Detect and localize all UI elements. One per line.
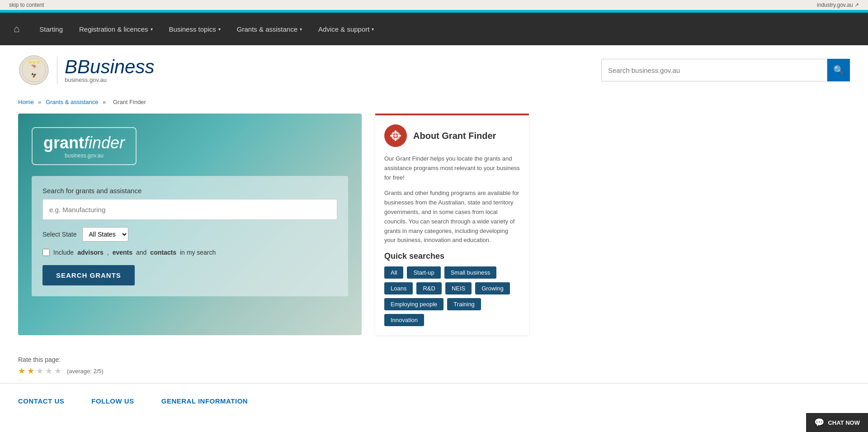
- about-box: About Grant Finder Our Grant Finder help…: [375, 114, 529, 335]
- checkbox-and: and: [136, 249, 146, 256]
- logo-divider: [57, 57, 57, 84]
- svg-point-8: [390, 135, 394, 137]
- chevron-down-icon: ▾: [372, 27, 374, 32]
- skip-bar: skip to content industry.gov.au ↗: [0, 0, 868, 10]
- grantfinder-logo: grantfinder business.gov.au: [32, 127, 137, 165]
- stars: ★ ★ ★ ★ ★ (average: 2/5): [18, 366, 850, 376]
- checkbox-advisors: advisors: [77, 249, 104, 256]
- about-text-2: Grants and other funding programs are av…: [384, 189, 520, 245]
- star-3[interactable]: ★: [36, 366, 43, 376]
- search-area: 🔍: [601, 59, 850, 81]
- checkbox-comma1: ,: [107, 249, 109, 256]
- svg-point-0: [19, 56, 48, 85]
- star-1[interactable]: ★: [18, 366, 25, 376]
- state-select[interactable]: All States ACT NSW NT QLD SA TAS VIC WA: [82, 227, 128, 242]
- grant-finder-widget: grantfinder business.gov.au Search for g…: [18, 114, 362, 335]
- chevron-down-icon: ▾: [151, 27, 153, 32]
- checkbox-contacts: contacts: [150, 249, 176, 256]
- coat-of-arms-logo: 🦘 🦅 ⭐⭐⭐: [18, 54, 50, 86]
- quick-tag-small-business[interactable]: Small business: [444, 266, 496, 279]
- checkbox-suffix: in my search: [180, 249, 216, 256]
- chat-now-button[interactable]: 💬 CHAT NOW: [806, 413, 868, 423]
- main-nav: ⌂ Starting Registration & licences ▾ Bus…: [0, 13, 868, 45]
- svg-point-5: [394, 134, 397, 137]
- quick-tags: All Start-up Small business Loans R&D NE…: [384, 266, 520, 326]
- footer-contact-title: CONTACT US: [18, 397, 64, 405]
- star-4[interactable]: ★: [45, 366, 52, 376]
- home-nav-link[interactable]: ⌂: [9, 13, 24, 45]
- quick-searches-title: Quick searches: [384, 252, 520, 261]
- footer-general: GENERAL INFORMATION: [161, 397, 248, 409]
- logo-area: 🦘 🦅 ⭐⭐⭐ BBusiness business.gov.au: [18, 54, 154, 86]
- chat-label: CHAT NOW: [828, 419, 860, 423]
- svg-text:🦘: 🦘: [31, 63, 37, 69]
- breadcrumb-grants[interactable]: Grants & assistance: [46, 99, 98, 105]
- site-search-input[interactable]: [601, 59, 827, 81]
- search-icon: 🔍: [833, 65, 844, 76]
- footer-follow-title: FOLLOW US: [91, 397, 134, 405]
- breadcrumb: Home » Grants & assistance » Grant Finde…: [0, 95, 868, 109]
- breadcrumb-sep: »: [38, 99, 43, 105]
- footer-general-title: GENERAL INFORMATION: [161, 397, 248, 405]
- main-content: grantfinder business.gov.au Search for g…: [0, 109, 868, 349]
- svg-point-9: [397, 135, 401, 137]
- state-label: Select State: [42, 231, 77, 238]
- svg-point-6: [395, 130, 397, 134]
- logo-business-text: BBusiness: [65, 57, 154, 76]
- svg-text:⭐⭐⭐: ⭐⭐⭐: [28, 60, 40, 64]
- rating-area: Rate this page: ★ ★ ★ ★ ★ (average: 2/5): [0, 349, 868, 383]
- state-row: Select State All States ACT NSW NT QLD S…: [42, 227, 337, 242]
- quick-tag-employing[interactable]: Employing people: [384, 298, 443, 310]
- checkbox-row: Include advisors , events and contacts i…: [42, 249, 337, 256]
- footer-contact: CONTACT US: [18, 397, 64, 409]
- industry-link: industry.gov.au ↗: [817, 2, 859, 8]
- nav-grants[interactable]: Grants & assistance ▾: [229, 13, 310, 45]
- star-2[interactable]: ★: [27, 366, 34, 376]
- breadcrumb-current: Grant Finder: [113, 99, 146, 105]
- quick-tag-startup[interactable]: Start-up: [407, 266, 440, 279]
- nav-registration[interactable]: Registration & licences ▾: [71, 13, 161, 45]
- chevron-down-icon: ▾: [300, 27, 302, 32]
- nav-items: Starting Registration & licences ▾ Busin…: [31, 13, 382, 45]
- star-5[interactable]: ★: [54, 366, 61, 376]
- site-search-button[interactable]: 🔍: [827, 59, 850, 81]
- checkbox-events: events: [113, 249, 132, 256]
- chevron-down-icon: ▾: [218, 27, 221, 32]
- grant-finder-icon: [389, 129, 402, 142]
- rating-label: Rate this page:: [18, 356, 61, 363]
- skip-link[interactable]: skip to content: [9, 2, 44, 8]
- logo-text-area: BBusiness business.gov.au: [65, 57, 154, 83]
- nav-advice[interactable]: Advice & support ▾: [310, 13, 382, 45]
- quick-tag-loans[interactable]: Loans: [384, 282, 413, 294]
- search-label: Search for grants and assistance: [42, 187, 337, 195]
- breadcrumb-home[interactable]: Home: [18, 99, 34, 105]
- logo-url: business.gov.au: [65, 76, 154, 83]
- home-icon: ⌂: [14, 23, 19, 35]
- about-title: About Grant Finder: [413, 131, 496, 141]
- quick-tag-all[interactable]: All: [384, 266, 403, 279]
- quick-tag-neis[interactable]: NEIS: [445, 282, 472, 294]
- grant-search-input[interactable]: [42, 199, 337, 220]
- about-text-1: Our Grant Finder helps you locate the gr…: [384, 154, 520, 182]
- footer: CONTACT US FOLLOW US GENERAL INFORMATION: [0, 383, 868, 423]
- svg-point-7: [395, 138, 397, 141]
- search-grants-button[interactable]: SEARCH GRANTS: [42, 265, 135, 285]
- footer-follow: FOLLOW US: [91, 397, 134, 409]
- quick-tag-innovation[interactable]: Innovation: [384, 314, 424, 326]
- about-icon: [384, 124, 407, 147]
- grant-form-box: Search for grants and assistance Select …: [32, 176, 348, 296]
- sidebar: About Grant Finder Our Grant Finder help…: [375, 114, 529, 335]
- quick-tag-growing[interactable]: Growing: [475, 282, 509, 294]
- quick-tag-training[interactable]: Training: [447, 298, 481, 310]
- site-header: 🦘 🦅 ⭐⭐⭐ BBusiness business.gov.au 🔍: [0, 45, 868, 95]
- breadcrumb-sep2: »: [103, 99, 108, 105]
- nav-starting[interactable]: Starting: [31, 13, 71, 45]
- about-header: About Grant Finder: [384, 124, 520, 147]
- nav-business-topics[interactable]: Business topics ▾: [161, 13, 229, 45]
- checkbox-prefix: Include: [53, 249, 74, 256]
- svg-text:🦅: 🦅: [31, 72, 37, 78]
- chat-icon: 💬: [814, 418, 824, 423]
- rating-average: (average: 2/5): [67, 368, 104, 375]
- include-checkbox[interactable]: [42, 249, 50, 256]
- quick-tag-rd[interactable]: R&D: [416, 282, 441, 294]
